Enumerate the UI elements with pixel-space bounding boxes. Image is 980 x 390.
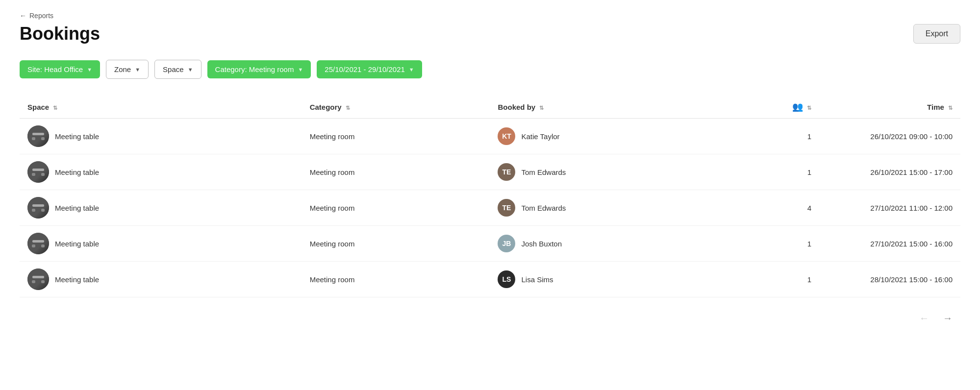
cell-attendees: 1 xyxy=(725,262,819,297)
filter-date[interactable]: 25/10/2021 - 29/10/2021 ▼ xyxy=(317,60,422,78)
cell-attendees: 1 xyxy=(725,119,819,154)
back-link[interactable]: ← Reports xyxy=(20,12,53,20)
page-title: Bookings xyxy=(20,24,100,44)
filter-category[interactable]: Category: Meeting room ▼ xyxy=(207,60,311,78)
filter-date-label: 25/10/2021 - 29/10/2021 xyxy=(325,65,404,73)
sort-time-icon: ⇅ xyxy=(948,105,953,111)
space-thumbnail xyxy=(27,161,49,183)
col-header-attendees[interactable]: 👥 ⇅ xyxy=(725,97,819,119)
cell-time: 26/10/2021 09:00 - 10:00 xyxy=(819,119,960,154)
cell-booked-by: TE Tom Edwards xyxy=(490,154,725,190)
person-avatar: TE xyxy=(498,199,515,217)
person-name: Lisa Sims xyxy=(521,275,553,284)
cell-time: 28/10/2021 15:00 - 16:00 xyxy=(819,262,960,297)
person-name: Josh Buxton xyxy=(521,240,562,248)
filter-site[interactable]: Site: Head Office ▼ xyxy=(20,60,100,78)
attendees-icon: 👥 xyxy=(792,102,803,112)
cell-space: Meeting table xyxy=(20,190,302,226)
cell-category: Meeting room xyxy=(302,154,490,190)
cell-time: 27/10/2021 15:00 - 16:00 xyxy=(819,226,960,262)
space-thumbnail xyxy=(27,125,49,147)
col-header-time[interactable]: Time ⇅ xyxy=(819,97,960,119)
cell-booked-by: TE Tom Edwards xyxy=(490,190,725,226)
sort-booked-by-icon: ⇅ xyxy=(539,105,544,111)
cell-booked-by: KT Katie Taylor xyxy=(490,119,725,154)
prev-page-button[interactable]: ← xyxy=(915,309,933,327)
cell-category: Meeting room xyxy=(302,262,490,297)
table-row: Meeting table Meeting room TE Tom Edward… xyxy=(20,154,960,190)
bookings-table: Space ⇅ Category ⇅ Booked by ⇅ 👥 ⇅ Time xyxy=(20,97,960,297)
back-arrow-icon: ← xyxy=(20,12,26,20)
filter-category-label: Category: Meeting room xyxy=(215,65,294,73)
cell-attendees: 1 xyxy=(725,226,819,262)
pagination: ← → xyxy=(20,309,960,327)
table-row: Meeting table Meeting room KT Katie Tayl… xyxy=(20,119,960,154)
cell-space: Meeting table xyxy=(20,226,302,262)
cell-attendees: 4 xyxy=(725,190,819,226)
cell-category: Meeting room xyxy=(302,226,490,262)
person-avatar: LS xyxy=(498,270,515,288)
sort-space-icon: ⇅ xyxy=(53,105,57,111)
space-thumbnail xyxy=(27,197,49,219)
cell-space: Meeting table xyxy=(20,119,302,154)
cell-booked-by: LS Lisa Sims xyxy=(490,262,725,297)
sort-category-icon: ⇅ xyxy=(346,105,350,111)
cell-category: Meeting room xyxy=(302,119,490,154)
next-page-button[interactable]: → xyxy=(939,309,956,327)
person-avatar: JB xyxy=(498,235,515,252)
space-name: Meeting table xyxy=(55,132,99,141)
filters-bar: Site: Head Office ▼ Zone ▼ Space ▼ Categ… xyxy=(20,60,960,79)
cell-time: 26/10/2021 15:00 - 17:00 xyxy=(819,154,960,190)
table-header-row: Space ⇅ Category ⇅ Booked by ⇅ 👥 ⇅ Time xyxy=(20,97,960,119)
space-thumbnail xyxy=(27,268,49,290)
space-thumbnail xyxy=(27,233,49,254)
filter-space-chevron-icon: ▼ xyxy=(188,67,193,73)
table-row: Meeting table Meeting room LS Lisa Sims … xyxy=(20,262,960,297)
col-header-category[interactable]: Category ⇅ xyxy=(302,97,490,119)
person-name: Tom Edwards xyxy=(521,204,566,212)
export-button[interactable]: Export xyxy=(913,24,960,44)
cell-booked-by: JB Josh Buxton xyxy=(490,226,725,262)
person-name: Katie Taylor xyxy=(521,132,559,141)
filter-zone-label: Zone xyxy=(114,65,131,73)
filter-category-chevron-icon: ▼ xyxy=(298,67,303,73)
back-label: Reports xyxy=(29,12,53,20)
filter-site-chevron-icon: ▼ xyxy=(87,67,92,73)
cell-category: Meeting room xyxy=(302,190,490,226)
person-name: Tom Edwards xyxy=(521,168,566,176)
filter-space-label: Space xyxy=(163,65,184,73)
header-row: Bookings Export xyxy=(20,24,960,44)
person-avatar: TE xyxy=(498,163,515,181)
cell-space: Meeting table xyxy=(20,262,302,297)
space-name: Meeting table xyxy=(55,168,99,176)
space-name: Meeting table xyxy=(55,240,99,248)
sort-attendees-icon: ⇅ xyxy=(807,105,811,111)
space-name: Meeting table xyxy=(55,275,99,284)
filter-site-label: Site: Head Office xyxy=(27,65,83,73)
bookings-table-container: Space ⇅ Category ⇅ Booked by ⇅ 👥 ⇅ Time xyxy=(20,97,960,297)
table-row: Meeting table Meeting room TE Tom Edward… xyxy=(20,190,960,226)
table-row: Meeting table Meeting room JB Josh Buxto… xyxy=(20,226,960,262)
cell-space: Meeting table xyxy=(20,154,302,190)
filter-zone-chevron-icon: ▼ xyxy=(135,67,140,73)
col-header-space[interactable]: Space ⇅ xyxy=(20,97,302,119)
person-avatar: KT xyxy=(498,127,515,145)
filter-zone[interactable]: Zone ▼ xyxy=(106,60,149,79)
filter-date-chevron-icon: ▼ xyxy=(409,67,414,73)
col-header-booked-by[interactable]: Booked by ⇅ xyxy=(490,97,725,119)
space-name: Meeting table xyxy=(55,204,99,212)
filter-space[interactable]: Space ▼ xyxy=(154,60,201,79)
cell-attendees: 1 xyxy=(725,154,819,190)
cell-time: 27/10/2021 11:00 - 12:00 xyxy=(819,190,960,226)
